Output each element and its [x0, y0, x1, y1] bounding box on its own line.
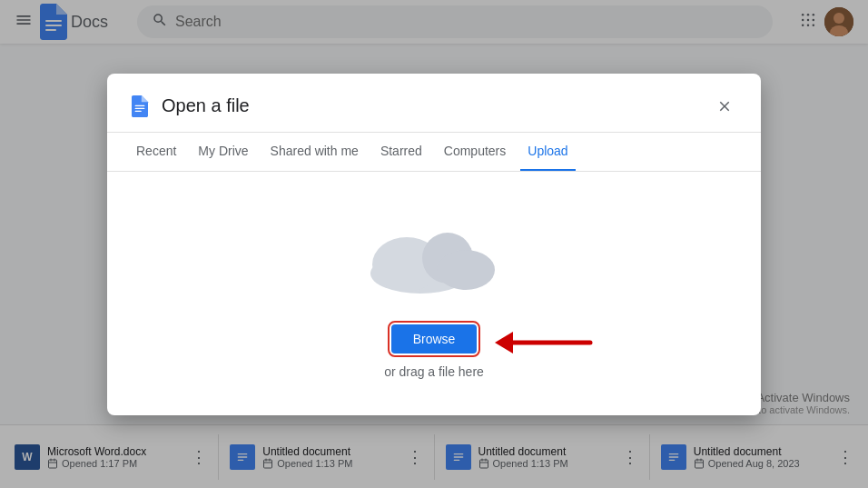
- modal-header-icon: [129, 95, 151, 117]
- svg-rect-16: [135, 107, 145, 108]
- modal-header: Open a file: [107, 74, 761, 133]
- open-file-modal: Open a file Recent My Drive Shared with …: [107, 74, 761, 415]
- browse-button-wrap: Browse: [391, 324, 478, 354]
- tab-computers[interactable]: Computers: [437, 133, 513, 171]
- modal-close-button[interactable]: [710, 92, 739, 121]
- svg-rect-17: [135, 110, 142, 111]
- tab-recent[interactable]: Recent: [129, 133, 183, 171]
- arrow-indicator: [477, 315, 595, 373]
- tab-my-drive[interactable]: My Drive: [191, 133, 255, 171]
- svg-rect-15: [135, 105, 145, 105]
- browse-button[interactable]: Browse: [391, 324, 478, 354]
- modal-overlay: Open a file Recent My Drive Shared with …: [0, 0, 868, 488]
- tab-shared-with-me[interactable]: Shared with me: [263, 133, 366, 171]
- tab-starred[interactable]: Starred: [373, 133, 429, 171]
- tab-upload[interactable]: Upload: [520, 133, 575, 171]
- cloud-icon: [361, 208, 507, 303]
- drag-text: or drag a file here: [384, 364, 484, 379]
- modal-title: Open a file: [162, 95, 699, 116]
- svg-marker-23: [495, 332, 513, 354]
- svg-point-21: [437, 250, 495, 290]
- modal-upload-content: Browse or drag a file here: [107, 172, 761, 415]
- modal-tabs: Recent My Drive Shared with me Starred C…: [107, 133, 761, 172]
